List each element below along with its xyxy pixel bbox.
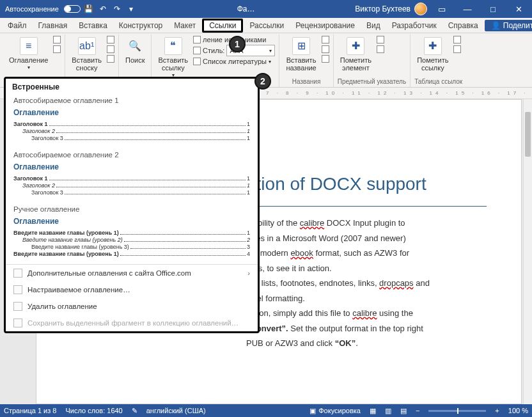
share-button[interactable]: 👤 Поделиться bbox=[485, 20, 532, 31]
tab-home[interactable]: Главная bbox=[33, 19, 73, 32]
status-page[interactable]: Страница 1 из 8 bbox=[4, 407, 56, 414]
doc-paragraph: ders, to see it in action. bbox=[246, 262, 487, 275]
insert-citation-button[interactable]: ❝ Вставить ссылку ▾ bbox=[155, 36, 191, 80]
ribbon-tabs: Файл Главная Вставка Конструктор Макет С… bbox=[0, 18, 532, 33]
insert-footnote-button[interactable]: ab¹ Вставить сноску bbox=[69, 36, 104, 73]
toc-custom[interactable]: Настраиваемое оглавление… bbox=[6, 281, 258, 298]
avatar[interactable] bbox=[414, 3, 427, 15]
bibliography-icon bbox=[193, 58, 201, 65]
doc-heading: ation of DOCX support bbox=[246, 174, 487, 194]
doc-paragraph: les, lists, footnotes, endnotes, links, … bbox=[246, 277, 487, 290]
tab-help[interactable]: Справка bbox=[443, 19, 483, 32]
tab-mailings[interactable]: Рассылки bbox=[244, 19, 289, 32]
manage-sources-icon bbox=[193, 36, 201, 43]
save-selection-icon bbox=[13, 319, 22, 327]
toc-option-manual[interactable]: Ручное оглавление Оглавление Введите наз… bbox=[6, 203, 258, 264]
doc-paragraph: PUB or AZW3 and click “OK”. bbox=[246, 337, 487, 350]
undo-icon[interactable]: ↶ bbox=[97, 3, 109, 15]
tab-view[interactable]: Вид bbox=[361, 19, 386, 32]
toc-button[interactable]: ≡ Оглавление ▾ bbox=[6, 36, 51, 72]
toc-option-auto2[interactable]: Автособираемое оглавление 2 Оглавление З… bbox=[6, 148, 258, 203]
share-icon: 👤 bbox=[491, 21, 501, 30]
doc-paragraph: o a modern ebook format, such as AZW3 fo… bbox=[246, 247, 487, 260]
next-footnote-icon[interactable] bbox=[107, 45, 114, 53]
callout-badge-2: 2 bbox=[254, 73, 271, 90]
close-icon[interactable]: ✕ bbox=[508, 0, 529, 18]
zoom-in-icon[interactable]: + bbox=[495, 407, 499, 414]
autosave-label: Автосохранение bbox=[5, 5, 59, 13]
chevron-down-icon: ▾ bbox=[269, 59, 271, 65]
insert-endnote-icon[interactable] bbox=[107, 36, 114, 43]
table-figures-icon[interactable] bbox=[322, 36, 329, 43]
mark-entry-button[interactable]: ✚ Пометить элемент bbox=[338, 36, 374, 73]
save-icon[interactable]: 💾 bbox=[83, 3, 95, 15]
qat-more-icon[interactable]: ▾ bbox=[125, 3, 137, 15]
ribbon-display-icon[interactable]: ▭ bbox=[431, 0, 453, 18]
tab-developer[interactable]: Разработчик bbox=[387, 19, 442, 32]
maximize-icon[interactable]: □ bbox=[482, 0, 504, 18]
toc-builtin-header: Встроенные bbox=[6, 79, 258, 94]
chevron-down-icon: ▾ bbox=[27, 65, 30, 71]
status-spellcheck[interactable]: ✎ bbox=[132, 407, 137, 415]
doc-paragraph: “Convert”. Set the output format in the … bbox=[246, 322, 487, 335]
toc-icon: ≡ bbox=[20, 37, 38, 55]
update-index-icon[interactable] bbox=[377, 45, 384, 53]
zoom-slider[interactable] bbox=[428, 410, 486, 412]
citation-icon: ❝ bbox=[164, 37, 182, 55]
minimize-icon[interactable]: — bbox=[457, 0, 478, 18]
update-table-icon[interactable] bbox=[322, 45, 329, 53]
doc-paragraph: action, simply add this file to calibre … bbox=[246, 307, 487, 320]
toc-save-selection: Сохранить выделенный фрагмент в коллекци… bbox=[6, 315, 258, 331]
remove-toc-icon bbox=[13, 302, 22, 311]
group-index: ✚ Пометить элемент Предметный указатель bbox=[334, 35, 411, 87]
cross-ref-icon[interactable] bbox=[322, 55, 329, 63]
toc-remove[interactable]: Удалить оглавление bbox=[6, 298, 258, 315]
status-words[interactable]: Число слов: 1640 bbox=[65, 407, 122, 414]
footnote-icon: ab¹ bbox=[78, 37, 96, 55]
status-bar: Страница 1 из 8 Число слов: 1640 ✎ англи… bbox=[0, 404, 532, 417]
group-toa: ✚ Пометить ссылку Таблица ссылок bbox=[411, 35, 466, 87]
toc-option-auto1[interactable]: Автособираемое оглавление 1 Оглавление З… bbox=[6, 94, 258, 148]
callout-badge-1: 1 bbox=[229, 36, 246, 52]
index-icon: ✚ bbox=[347, 37, 364, 55]
scrollbar-thumb[interactable] bbox=[525, 112, 531, 157]
globe-icon bbox=[13, 269, 22, 278]
view-print-icon[interactable]: ▥ bbox=[385, 407, 391, 415]
add-text-icon[interactable] bbox=[53, 36, 61, 43]
insert-index-icon[interactable] bbox=[377, 36, 384, 43]
group-captions: ⊞ Вставить название Названия bbox=[279, 35, 333, 87]
insert-toa-icon[interactable] bbox=[453, 36, 461, 43]
tab-references[interactable]: Ссылки bbox=[202, 19, 243, 33]
tab-design[interactable]: Конструктор bbox=[114, 19, 168, 32]
doc-paragraph: tures in a Microsoft Word (2007 and newe… bbox=[246, 232, 487, 245]
doc-paragraph: e ability of the calibre DOCX Input plug… bbox=[246, 217, 487, 230]
view-web-icon[interactable]: ▤ bbox=[400, 407, 407, 415]
redo-icon[interactable]: ↷ bbox=[111, 3, 123, 15]
doc-paragraph: level formatting. bbox=[246, 292, 487, 305]
tab-file[interactable]: Файл bbox=[3, 19, 32, 32]
mark-citation-button[interactable]: ✚ Пометить ссылку bbox=[414, 36, 451, 73]
insert-caption-button[interactable]: ⊞ Вставить название bbox=[283, 36, 318, 73]
toc-more-online[interactable]: Дополнительные оглавления с сайта Office… bbox=[6, 265, 258, 281]
status-language[interactable]: английский (США) bbox=[146, 407, 206, 414]
status-focus-mode[interactable]: ▣ Фокусировка bbox=[309, 407, 361, 415]
search-icon: 🔍 bbox=[126, 37, 144, 55]
tab-layout[interactable]: Макет bbox=[169, 19, 201, 32]
update-toc-icon[interactable] bbox=[53, 45, 61, 53]
doc-heading-rule bbox=[246, 206, 487, 207]
vertical-scrollbar[interactable] bbox=[523, 99, 532, 404]
bibliography-button[interactable]: Список литературы ▾ bbox=[193, 58, 275, 65]
update-toa-icon[interactable] bbox=[453, 45, 461, 53]
view-read-icon[interactable]: ▦ bbox=[370, 407, 376, 415]
show-notes-icon[interactable] bbox=[107, 55, 114, 63]
tab-review[interactable]: Рецензирование bbox=[290, 19, 360, 32]
zoom-level[interactable]: 100 % bbox=[508, 407, 528, 414]
zoom-out-icon[interactable]: − bbox=[416, 407, 419, 414]
toa-icon: ✚ bbox=[424, 37, 442, 55]
style-icon bbox=[193, 47, 201, 54]
autosave-toggle[interactable] bbox=[64, 5, 81, 13]
tab-insert[interactable]: Вставка bbox=[74, 19, 113, 32]
search-button[interactable]: 🔍 Поиск bbox=[123, 36, 147, 65]
chevron-down-icon: ▾ bbox=[269, 48, 272, 54]
custom-toc-icon bbox=[13, 285, 22, 294]
